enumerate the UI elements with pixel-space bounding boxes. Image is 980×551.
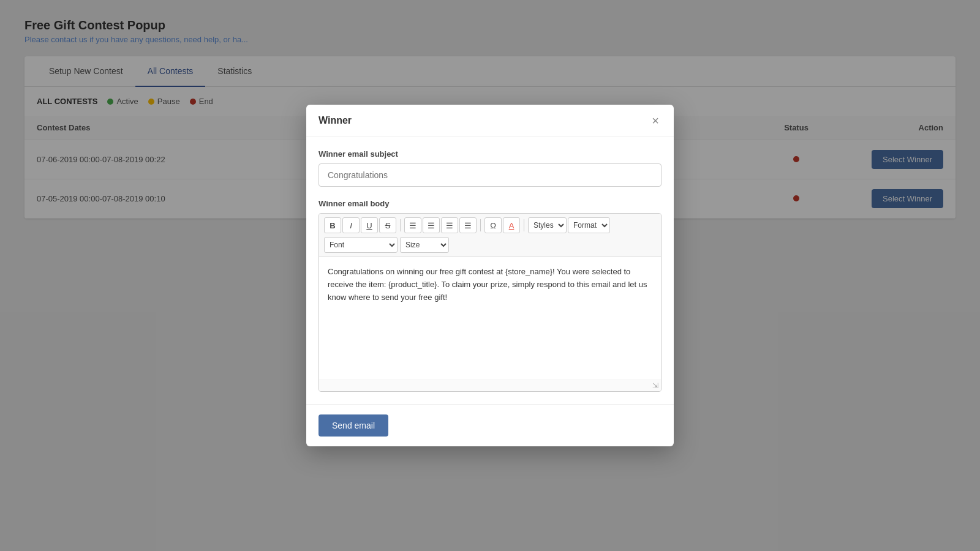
styles-select[interactable]: Styles [528,217,567,233]
align-justify-button[interactable]: ☰ [459,217,477,233]
modal-header: Winner × [306,105,674,137]
send-email-button[interactable]: Send email [318,414,388,437]
size-select[interactable]: Size [400,237,449,253]
modal-body: Winner email subject Winner email body B… [306,137,674,404]
font-select[interactable]: Font [324,237,398,253]
editor-toolbar: B I U S ☰ ☰ ☰ ☰ Ω A Styles [319,214,661,257]
editor-content-area[interactable]: Congratulations on winning our free gift… [319,257,661,380]
toolbar-sep-3 [524,219,524,231]
body-label: Winner email body [318,199,662,208]
email-body-text: Congratulations on winning our free gift… [328,267,647,302]
email-body-editor: B I U S ☰ ☰ ☰ ☰ Ω A Styles [318,213,662,392]
bold-button[interactable]: B [324,217,341,233]
winner-modal: Winner × Winner email subject Winner ema… [306,105,674,446]
toolbar-row1: B I U S ☰ ☰ ☰ ☰ Ω A Styles [324,217,656,233]
strikethrough-button[interactable]: S [379,217,396,233]
toolbar-sep-1 [400,219,401,231]
align-center-button[interactable]: ☰ [423,217,440,233]
italic-button[interactable]: I [342,217,360,233]
omega-button[interactable]: Ω [484,217,502,233]
editor-resize-handle: ⇲ [319,380,661,391]
resize-icon: ⇲ [652,381,658,390]
underline-button[interactable]: U [361,217,378,233]
subject-label: Winner email subject [318,149,662,159]
font-color-button[interactable]: A [503,217,520,233]
toolbar-row2: Font Size [324,237,656,253]
format-select[interactable]: Format [568,217,610,233]
subject-input[interactable] [318,163,662,187]
modal-title: Winner [318,115,352,126]
modal-footer: Send email [306,404,674,446]
toolbar-sep-2 [480,219,481,231]
modal-overlay: Winner × Winner email subject Winner ema… [0,0,980,551]
align-right-button[interactable]: ☰ [441,217,458,233]
align-left-button[interactable]: ☰ [404,217,421,233]
modal-close-button[interactable]: × [649,114,662,127]
